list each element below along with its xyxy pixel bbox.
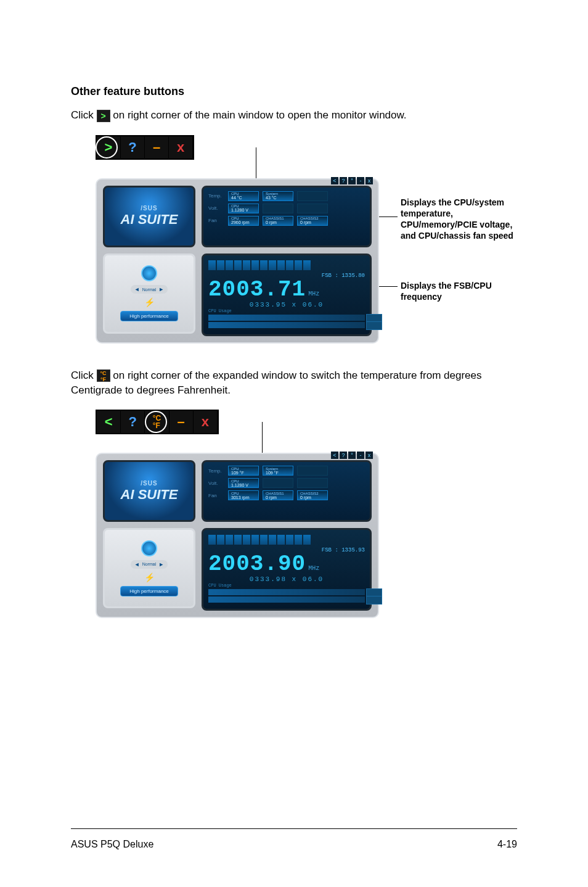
sensor-readout-panel: Temp. CPU44 °C System43 °C Volt. CPU1.12…: [202, 186, 372, 247]
collapse-button[interactable]: <: [97, 411, 121, 433]
mini-min[interactable]: -: [357, 177, 364, 184]
annot-line-1: [379, 217, 398, 217]
chassis1-fan-cell-f: CHASSIS10 rpm: [263, 490, 293, 500]
tick-bar: [208, 260, 365, 270]
empty-cell: [263, 478, 293, 488]
close-button[interactable]: x: [169, 136, 193, 159]
slider-right-icon: ►: [158, 286, 164, 292]
paragraph-temp-toggle: Click °C°F on right corner of the expand…: [71, 368, 517, 398]
empty-cell: [297, 478, 328, 488]
slider-right-icon: ►: [158, 561, 164, 567]
slider-label: Normal: [142, 287, 157, 292]
close-button-2[interactable]: x: [194, 411, 218, 433]
compact-toolbar: > ? – x: [96, 135, 194, 160]
slider-left-icon: ◄: [134, 286, 140, 292]
annotation-readouts: Displays the CPU/system temperature, CPU…: [401, 197, 530, 242]
temp-unit-toggle[interactable]: °C°F: [145, 411, 169, 433]
minimize-button-2[interactable]: –: [169, 411, 194, 433]
mini-temp[interactable]: °: [348, 452, 356, 459]
cpu-temp-cell: CPU44 °C: [228, 191, 259, 201]
cpu-usage-label: CPU Usage: [208, 308, 365, 313]
annotation-frequency: Displays the FSB/CPU frequency: [401, 280, 530, 302]
mini-min[interactable]: -: [357, 452, 364, 459]
mini-close[interactable]: x: [365, 177, 373, 184]
profile-control-panel-f: ◄ Normal ► ⚡ High performance: [103, 528, 195, 608]
para2-prefix: Click: [71, 369, 97, 381]
freq-unit: MHz: [308, 291, 319, 297]
temp-toggle-icon-inline: °C°F: [97, 369, 110, 382]
footer-page-number: 4-19: [497, 839, 517, 850]
slider-left-icon: ◄: [134, 561, 140, 567]
footer-product: ASUS P5Q Deluxe: [71, 839, 153, 850]
row-label-temp: Temp.: [208, 193, 224, 199]
row-label-temp: Temp.: [208, 468, 224, 474]
product-name: AI SUITE: [121, 212, 178, 228]
para2-suffix: on right corner of the expanded window t…: [71, 369, 481, 396]
brand-panel: /SUS AI SUITE: [103, 186, 195, 247]
cpu-usage-label: CPU Usage: [208, 583, 365, 588]
cpu-usage-bar-2: 0%: [208, 322, 365, 328]
mini-close[interactable]: x: [365, 452, 373, 459]
ai-suite-window: < ? ° - x /SUS AI SUITE Temp. CPU44 °C S…: [96, 178, 379, 344]
cpu-temp-cell-f: CPU109 °F: [228, 466, 259, 476]
annot-line-2: [379, 286, 398, 287]
window-controls: < ? ° - x: [331, 177, 373, 184]
cpu-fan-cell-f: CPU3013 rpm: [228, 490, 259, 500]
section-heading: Other feature buttons: [71, 85, 517, 98]
paragraph-expand: Click > on right corner of the main wind…: [71, 108, 517, 123]
monitor-icon[interactable]: [141, 540, 157, 556]
system-temp-cell-f: System109 °F: [263, 466, 293, 476]
product-name: AI SUITE: [121, 487, 178, 503]
expand-icon-inline: >: [97, 110, 110, 122]
cpu-freq-big: 2003.71: [208, 277, 306, 302]
frequency-panel: FSB : 1335.80 2003.71MHz 0333.95 x 06.0 …: [202, 254, 372, 336]
minimize-button[interactable]: –: [145, 136, 169, 159]
chassis2-fan-cell-f: CHASSIS20 rpm: [297, 490, 328, 500]
row-label-volt: Volt.: [208, 481, 224, 486]
row-label-fan: Fan: [208, 493, 224, 498]
cpu-freq-big-f: 2003.90: [208, 551, 306, 577]
profile-control-panel: ◄ Normal ► ⚡ High performance: [103, 254, 195, 334]
para1-suffix: on right corner of the main window to op…: [113, 109, 406, 121]
empty-cell: [297, 204, 328, 213]
mini-collapse[interactable]: <: [331, 452, 338, 459]
profile-tag[interactable]: High performance: [120, 586, 178, 596]
empty-cell: [297, 466, 328, 476]
brand-panel-f: /SUS AI SUITE: [103, 460, 195, 522]
brand-text: /SUS: [141, 205, 157, 212]
cpu-volt-cell-f: CPU1.1280 V: [228, 478, 259, 488]
system-temp-cell: System43 °C: [263, 191, 293, 201]
page-footer: ASUS P5Q Deluxe 4-19: [71, 828, 517, 850]
mini-help[interactable]: ?: [340, 452, 347, 459]
brand-text: /SUS: [141, 480, 157, 487]
row-label-volt: Volt.: [208, 205, 224, 211]
frequency-panel-f: FSB : 1335.93 2003.90MHz 0333.98 x 06.0 …: [202, 528, 372, 611]
profile-slider[interactable]: ◄ Normal ►: [131, 560, 168, 569]
mini-temp[interactable]: °: [348, 177, 356, 184]
tick-bar: [208, 535, 365, 545]
help-button-2[interactable]: ?: [121, 411, 145, 433]
help-button[interactable]: ?: [121, 136, 145, 159]
monitor-icon[interactable]: [141, 265, 157, 281]
expand-button[interactable]: >: [97, 136, 121, 159]
mini-collapse[interactable]: <: [331, 177, 338, 184]
slider-label: Normal: [142, 562, 157, 566]
row-label-fan: Fan: [208, 218, 224, 223]
bolt-icon[interactable]: ⚡: [144, 572, 155, 582]
chassis2-fan-cell: CHASSIS20 rpm: [297, 216, 328, 226]
cpu-volt-cell: CPU1.1280 V: [228, 204, 259, 213]
cpu-fan-cell: CPU2960 rpm: [228, 216, 259, 226]
empty-cell: [263, 204, 293, 213]
profile-slider[interactable]: ◄ Normal ►: [131, 285, 168, 294]
cpu-usage-bar-1: 5%: [208, 315, 365, 321]
bolt-icon[interactable]: ⚡: [144, 297, 155, 307]
cpu-usage-bar-2-f: 4%: [208, 596, 365, 603]
window-controls-f: < ? ° - x: [331, 452, 373, 459]
para1-prefix: Click: [71, 109, 97, 121]
cpu-usage-bar-1-f: 5%: [208, 589, 365, 595]
profile-tag[interactable]: High performance: [120, 311, 178, 321]
chassis1-fan-cell: CHASSIS10 rpm: [263, 216, 293, 226]
mini-help[interactable]: ?: [340, 177, 347, 184]
empty-cell: [297, 191, 328, 201]
ai-suite-window-f: < ? ° - x /SUS AI SUITE Temp. CPU109 °F …: [96, 453, 379, 618]
